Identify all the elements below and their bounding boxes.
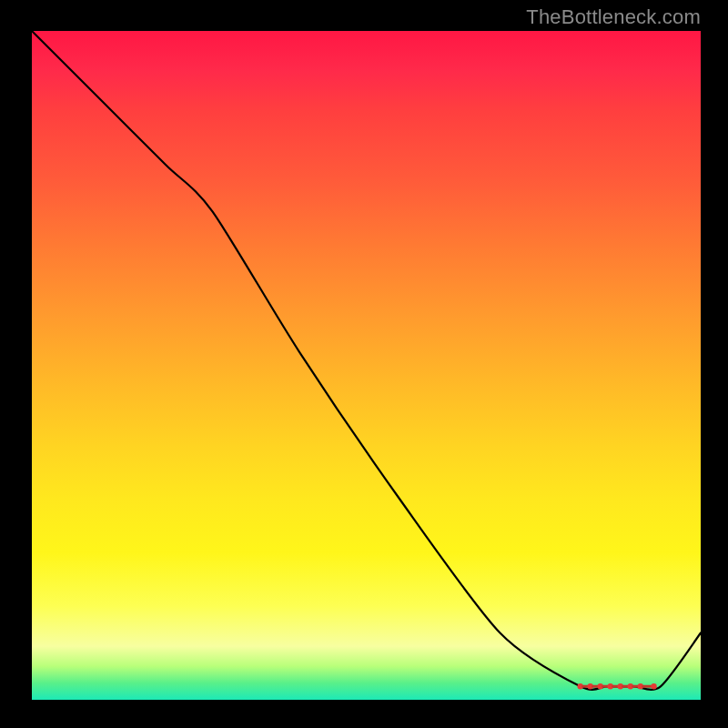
chart-frame: TheBottleneck.com (0, 0, 728, 728)
plot-area (32, 31, 701, 700)
curve-line (32, 31, 701, 690)
chart-svg (32, 31, 701, 700)
watermark-text: TheBottleneck.com (526, 5, 701, 29)
marker-dot (651, 683, 656, 689)
